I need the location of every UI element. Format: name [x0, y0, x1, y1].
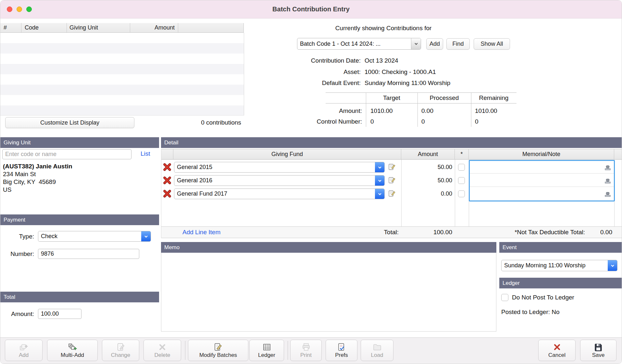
close-window-button[interactable]: [7, 6, 12, 12]
detail-column-header-scroll: [614, 149, 622, 160]
contribution-date-value: Oct 13 2024: [365, 56, 398, 65]
line-amount[interactable]: 50.00: [403, 174, 452, 187]
chevron-down-icon: [375, 176, 384, 186]
payment-type-value: Check: [38, 231, 141, 241]
toolbar-ledger-button[interactable]: Ledger: [249, 340, 284, 361]
memorial-note-field[interactable]: [470, 175, 600, 187]
memo-textarea[interactable]: [161, 253, 496, 332]
memorial-note-field[interactable]: [470, 161, 600, 173]
giving-unit-name: (AUST382) Janie Austin: [3, 163, 72, 170]
chevron-down-icon: [375, 189, 384, 199]
edit-fund-note-icon[interactable]: [388, 176, 396, 186]
payment-type-select[interactable]: Check: [38, 231, 151, 242]
minimize-window-button[interactable]: [17, 6, 22, 12]
summary-amount-label: Amount:: [250, 106, 362, 115]
summary-amount-target: 1010.00: [370, 106, 393, 115]
delete-row-icon[interactable]: [163, 176, 171, 186]
add-line-item-link[interactable]: Add Line Item: [182, 227, 220, 238]
detail-row: General 2016 50.00: [161, 174, 622, 187]
giving-fund-select[interactable]: General Fund 2017: [174, 188, 385, 199]
batch-show-all-button[interactable]: Show All: [474, 38, 510, 50]
total-amount-label: Amount:: [0, 309, 34, 319]
modify-batches-icon: [214, 343, 223, 352]
divider: [326, 103, 516, 103]
total-amount-input[interactable]: [38, 309, 81, 319]
contribution-list-header: # Code Giving Unit Amount: [0, 23, 244, 33]
memorial-stamp-icon[interactable]: [604, 164, 612, 173]
column-header-number: #: [0, 23, 21, 33]
customize-list-display-button[interactable]: Customize List Display: [5, 117, 134, 128]
delete-row-icon[interactable]: [163, 189, 171, 199]
detail-table: Giving Fund Amount * Memorial/Note Gener…: [161, 149, 622, 238]
contribution-list-body[interactable]: [0, 33, 244, 115]
event-select-value: Sunday Morning 11:00 Worship: [502, 260, 608, 271]
load-icon: [373, 343, 382, 352]
column-header-code: Code: [21, 23, 67, 33]
ntd-total-value: 0.00: [585, 227, 612, 238]
batch-select-value: Batch Code 1 - Oct 14 2024: ...: [297, 38, 411, 49]
payment-number-label: Number:: [0, 249, 34, 259]
detail-table-footer: Add Line Item Total: 100.00 *Not Tax Ded…: [161, 226, 622, 238]
detail-column-header-fund: Giving Fund: [173, 149, 401, 160]
giving-fund-select[interactable]: General 2016: [174, 175, 385, 186]
not-tax-deductible-checkbox[interactable]: [458, 177, 465, 184]
multi-add-icon: [68, 343, 77, 352]
payment-section-header: Payment: [0, 214, 159, 225]
detail-section-header: Detail: [161, 137, 622, 148]
do-not-post-checkbox[interactable]: [501, 294, 508, 301]
giving-fund-value: General 2015: [174, 162, 375, 172]
giving-unit-search-input[interactable]: [2, 149, 131, 159]
memorial-note-field[interactable]: [470, 188, 600, 200]
summary-control-remaining: 0: [475, 117, 479, 126]
toolbar-multi-add-button[interactable]: Multi-Add: [47, 340, 98, 361]
edit-fund-note-icon[interactable]: [388, 163, 396, 173]
memorial-stamp-icon[interactable]: [604, 177, 612, 186]
giving-unit-address-3: US: [3, 186, 72, 194]
giving-unit-list-link[interactable]: List: [141, 150, 150, 157]
toolbar-modify-batches-button[interactable]: Modify Batches: [188, 340, 248, 361]
toolbar-cancel-button[interactable]: Cancel: [538, 340, 576, 361]
toolbar-load-button[interactable]: Load: [361, 340, 393, 361]
change-icon: [116, 343, 125, 352]
summary-col-processed: Processed: [417, 93, 471, 103]
not-tax-deductible-checkbox[interactable]: [458, 164, 465, 171]
event-section-header: Event: [499, 242, 622, 253]
add-icon: [19, 343, 28, 352]
batch-select[interactable]: Batch Code 1 - Oct 14 2024: ...: [297, 38, 421, 50]
toolbar-change-button[interactable]: Change: [102, 340, 139, 361]
do-not-post-label: Do Not Post To Ledger: [512, 293, 574, 302]
giving-fund-value: General 2016: [174, 176, 375, 186]
delete-row-icon[interactable]: [163, 163, 171, 173]
edit-fund-note-icon[interactable]: [388, 189, 396, 199]
toolbar-save-button[interactable]: Save: [580, 340, 616, 361]
toolbar-add-button[interactable]: Add: [5, 340, 43, 361]
payment-number-input[interactable]: [38, 249, 139, 259]
posted-to-ledger-text: Posted to Ledger: No: [501, 308, 560, 316]
toolbar-print-button[interactable]: Print: [290, 340, 322, 361]
event-select[interactable]: Sunday Morning 11:00 Worship: [501, 260, 617, 271]
line-amount[interactable]: 50.00: [403, 161, 452, 174]
zoom-window-button[interactable]: [26, 6, 32, 12]
delete-icon: [158, 343, 167, 352]
detail-total-value: 100.00: [403, 227, 452, 238]
prefs-icon: [337, 343, 346, 352]
ledger-section-header: Ledger: [499, 278, 622, 288]
summary-control-target: 0: [370, 117, 374, 126]
chevron-down-icon: [141, 231, 151, 241]
line-amount[interactable]: 0.00: [403, 187, 452, 200]
toolbar-prefs-button[interactable]: Prefs: [326, 340, 357, 361]
toolbar-delete-button[interactable]: Delete: [143, 340, 181, 361]
batch-add-button[interactable]: Add: [426, 38, 443, 50]
print-icon: [302, 343, 311, 352]
summary-amount-processed: 0.00: [421, 106, 433, 115]
default-event-value: Sunday Morning 11:00 Worship: [365, 79, 450, 88]
column-header-blank: [178, 23, 244, 33]
chevron-down-icon: [375, 162, 384, 172]
giving-fund-select[interactable]: General 2015: [174, 162, 385, 173]
not-tax-deductible-checkbox[interactable]: [458, 190, 465, 197]
giving-fund-value: General Fund 2017: [174, 189, 375, 199]
memorial-stamp-icon[interactable]: [604, 190, 612, 199]
chevron-down-icon: [608, 260, 617, 271]
batch-find-button[interactable]: Find: [446, 38, 470, 50]
asset-label: Asset:: [247, 67, 361, 77]
